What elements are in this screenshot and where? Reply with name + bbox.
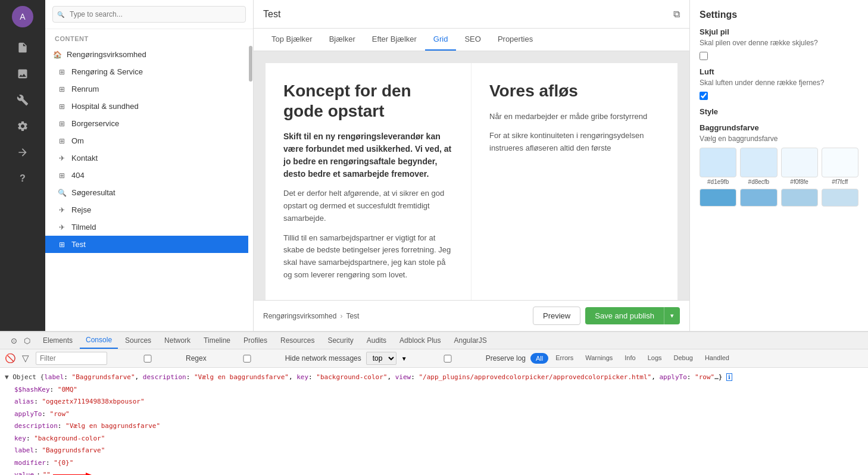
root: A ? CONTENT bbox=[0, 0, 868, 475]
console-val-desc: "Vælg en baggrundsfarve" bbox=[194, 373, 289, 381]
page-title: Test bbox=[263, 9, 280, 20]
prop-name: key bbox=[14, 435, 26, 442]
hide-network-checkbox[interactable] bbox=[211, 355, 283, 362]
prop-colon: : bbox=[50, 386, 58, 393]
devtools-tab-resources[interactable]: Resources bbox=[274, 333, 320, 348]
tab-bjaelker[interactable]: Bjælker bbox=[321, 29, 364, 51]
article-text-2: Når en medarbejder er måde gribe forstyr… bbox=[489, 111, 660, 123]
filter-warnings[interactable]: Warnings bbox=[580, 353, 617, 364]
devtools-tab-timeline[interactable]: Timeline bbox=[198, 333, 236, 348]
send-icon: ✈ bbox=[57, 223, 67, 232]
nav-item-label: Om bbox=[71, 136, 84, 145]
tab-properties[interactable]: Properties bbox=[489, 29, 541, 51]
console-colon2: : bbox=[186, 373, 194, 381]
console-filter-input[interactable] bbox=[36, 352, 107, 365]
save-dropdown-button[interactable]: ▾ bbox=[664, 307, 680, 324]
nav-item-label: Rengøring & Service bbox=[71, 67, 143, 76]
search-area bbox=[45, 0, 253, 29]
context-select[interactable]: top bbox=[366, 352, 396, 365]
breadcrumb: Rengøringsvirksomhed › Test bbox=[263, 312, 359, 320]
nav-scrollbar[interactable] bbox=[248, 46, 253, 331]
console-key-key: key bbox=[296, 373, 308, 381]
nav-item-hospital[interactable]: ⊞ Hospital & sundhed bbox=[45, 98, 248, 115]
regex-checkbox[interactable] bbox=[112, 355, 183, 362]
devtools-tab-security[interactable]: Security bbox=[321, 333, 359, 348]
skjul-pil-checkbox[interactable] bbox=[700, 52, 708, 60]
settings-icon[interactable] bbox=[12, 115, 33, 137]
nav-item-rejse[interactable]: ✈ Rejse bbox=[45, 201, 248, 218]
tools-icon[interactable] bbox=[12, 89, 33, 111]
color-swatch-6[interactable] bbox=[740, 189, 777, 207]
filter-errors[interactable]: Errors bbox=[551, 353, 578, 364]
filter-logs[interactable]: Logs bbox=[643, 353, 667, 364]
nav-item-home[interactable]: 🏠 Rengøringsvirksomhed bbox=[45, 46, 248, 63]
nav-item-test[interactable]: ⊞ Test bbox=[45, 236, 248, 253]
article-title-2: Vores afløs bbox=[489, 81, 660, 101]
filter-debug[interactable]: Debug bbox=[669, 353, 698, 364]
grid-icon: ⊞ bbox=[57, 171, 67, 180]
prop-colon: : bbox=[36, 470, 40, 475]
help-icon[interactable]: ? bbox=[12, 168, 33, 189]
search-input[interactable] bbox=[52, 6, 246, 23]
document-icon[interactable] bbox=[12, 37, 33, 58]
color-swatch-5[interactable] bbox=[700, 189, 736, 207]
color-swatch-2[interactable] bbox=[740, 148, 777, 177]
skjul-pil-title: Skjul pil bbox=[700, 27, 858, 36]
console-colon4: : bbox=[411, 373, 419, 381]
svg-marker-1 bbox=[86, 473, 92, 475]
window-icon[interactable]: ⧉ bbox=[673, 9, 680, 20]
expand-arrow[interactable]: ▼ bbox=[5, 373, 9, 381]
devtools-tab-audits[interactable]: Audits bbox=[361, 333, 392, 348]
nav-item-tilmeld[interactable]: ✈ Tilmeld bbox=[45, 218, 248, 236]
grid-icon: ⊞ bbox=[57, 102, 67, 111]
devtools-tab-sources[interactable]: Sources bbox=[119, 333, 157, 348]
image-icon[interactable] bbox=[12, 63, 33, 85]
devtools-tab-console[interactable]: Console bbox=[80, 332, 118, 349]
arrow-icon[interactable] bbox=[12, 142, 33, 163]
nav-item-rengoring[interactable]: ⊞ Rengøring & Service bbox=[45, 63, 248, 80]
color-swatch-1[interactable] bbox=[700, 148, 736, 177]
tab-top-bjaelker[interactable]: Top Bjælker bbox=[263, 29, 321, 51]
nav-item-kontakt[interactable]: ✈ Kontakt bbox=[45, 149, 248, 167]
filter-info[interactable]: Info bbox=[620, 353, 640, 364]
devtools-tab-elements[interactable]: Elements bbox=[37, 333, 79, 348]
devtools-toolbar: 🚫 ▽ Regex Hide network messages top ▼ Pr… bbox=[0, 349, 868, 368]
nav-item-borger[interactable]: ⊞ Borgerservice bbox=[45, 115, 248, 132]
nav-item-sogeresultat[interactable]: 🔍 Søgeresultat bbox=[45, 184, 248, 201]
luft-checkbox[interactable] bbox=[700, 92, 708, 100]
save-group: Save and publish ▾ bbox=[585, 307, 680, 324]
filter-handled[interactable]: Handled bbox=[700, 353, 734, 364]
nav-item-label: Kontakt bbox=[71, 154, 98, 162]
devtools-pointer-icon[interactable]: ⊙ bbox=[8, 335, 19, 346]
devtools-inspect-icon[interactable]: ⬡ bbox=[21, 335, 32, 346]
console-filter-icon[interactable]: ▽ bbox=[20, 353, 31, 364]
console-clear-icon[interactable]: 🚫 bbox=[5, 353, 15, 364]
console-ellipsis: …} bbox=[714, 373, 726, 381]
object-label: Object { bbox=[13, 373, 44, 381]
editor-content: Koncept for den gode opstart Skift til e… bbox=[266, 63, 677, 300]
devtools-tab-profiles[interactable]: Profiles bbox=[238, 333, 273, 348]
color-swatch-3[interactable] bbox=[781, 148, 818, 177]
preview-button[interactable]: Preview bbox=[533, 307, 580, 325]
tab-efter-bjaelker[interactable]: Efter Bjælker bbox=[364, 29, 425, 51]
avatar[interactable]: A bbox=[12, 6, 33, 27]
nav-item-404[interactable]: ⊞ 404 bbox=[45, 167, 248, 184]
scrollbar-thumb[interactable] bbox=[249, 46, 252, 82]
color-swatch-4[interactable] bbox=[822, 148, 858, 177]
prop-colon: : bbox=[34, 398, 42, 405]
filter-all[interactable]: All bbox=[530, 353, 548, 364]
tab-grid[interactable]: Grid bbox=[425, 29, 457, 51]
grid-icon: ⊞ bbox=[57, 120, 67, 128]
devtools-tab-angularjs[interactable]: AngularJS bbox=[448, 333, 492, 348]
prop-name: applyTo bbox=[14, 410, 42, 418]
color-swatch-7[interactable] bbox=[781, 189, 818, 207]
devtools-tab-adblock[interactable]: Adblock Plus bbox=[394, 333, 447, 348]
color-swatch-8[interactable] bbox=[822, 189, 858, 207]
nav-item-renrum[interactable]: ⊞ Renrum bbox=[45, 80, 248, 98]
tab-seo[interactable]: SEO bbox=[456, 29, 489, 51]
nav-item-om[interactable]: ⊞ Om bbox=[45, 132, 248, 149]
preserve-log-checkbox[interactable] bbox=[412, 355, 483, 362]
console-val-key: "background-color" bbox=[316, 373, 387, 381]
devtools-tab-network[interactable]: Network bbox=[158, 333, 196, 348]
save-publish-button[interactable]: Save and publish bbox=[585, 307, 664, 324]
